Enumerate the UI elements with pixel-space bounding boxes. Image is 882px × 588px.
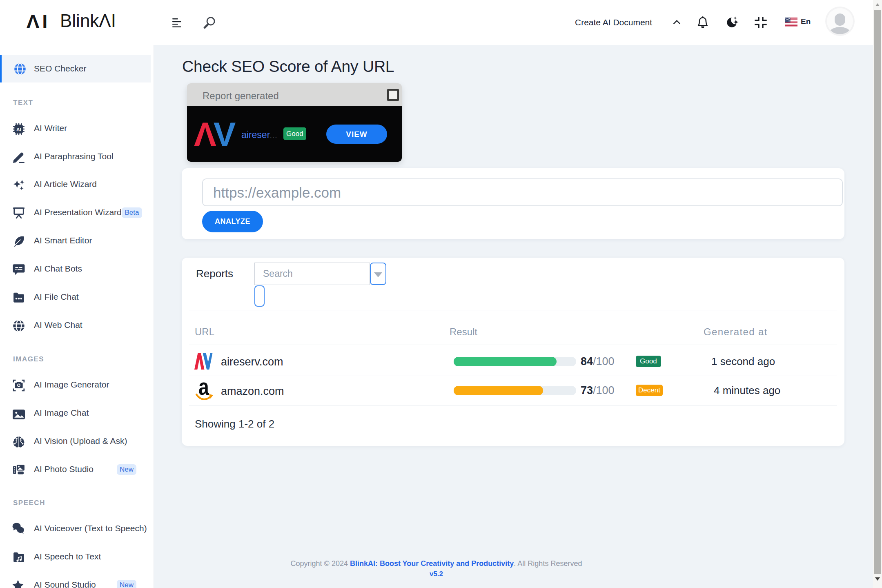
svg-text:AI: AI [16,127,21,132]
